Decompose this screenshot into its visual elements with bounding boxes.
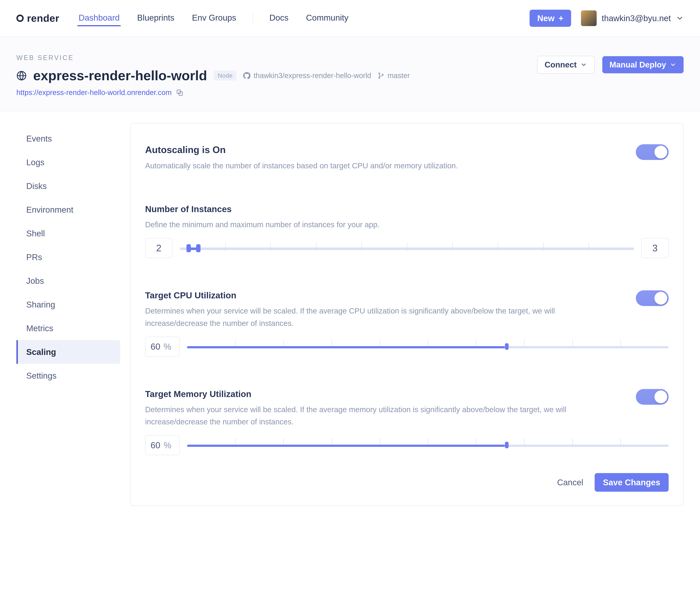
manual-deploy-label: Manual Deploy [609, 60, 666, 69]
chevron-down-icon [581, 62, 587, 68]
github-icon [243, 72, 250, 79]
nav-left: render Dashboard Blueprints Env Groups D… [16, 10, 349, 26]
branch-icon [378, 72, 384, 79]
service-header-left: WEB SERVICE express-render-hello-world N… [16, 54, 530, 97]
memory-slider-handle[interactable] [505, 442, 509, 448]
sidebar-item-sharing[interactable]: Sharing [16, 293, 120, 317]
service-type-label: WEB SERVICE [16, 54, 530, 62]
runtime-badge: Node [214, 71, 237, 80]
manual-deploy-button[interactable]: Manual Deploy [602, 56, 684, 73]
user-menu[interactable]: thawkin3@byu.net [581, 10, 684, 26]
memory-slider[interactable] [187, 443, 669, 448]
autoscaling-desc: Automatically scale the number of instan… [145, 160, 458, 172]
body: Events Logs Disks Environment Shell PRs … [0, 111, 700, 528]
cpu-title: Target CPU Utilization [145, 290, 583, 300]
avatar [581, 10, 597, 26]
service-url-row: https://express-render-hello-world.onren… [16, 89, 530, 97]
memory-controls: 60 % [145, 435, 669, 455]
divider [145, 373, 669, 373]
cpu-slider-handle[interactable] [505, 343, 509, 350]
autoscaling-section: Autoscaling is On Automatically scale th… [145, 137, 669, 179]
connect-label: Connect [545, 60, 577, 69]
service-name: express-render-hello-world [33, 68, 207, 84]
cpu-value: 60 [150, 341, 160, 352]
instances-desc: Define the minimum and maximum number of… [145, 219, 583, 231]
slider-ticks [180, 242, 634, 251]
toggle-knob [655, 391, 667, 403]
sidebar-item-jobs[interactable]: Jobs [16, 269, 120, 293]
cancel-button[interactable]: Cancel [556, 477, 584, 488]
sidebar-item-events[interactable]: Events [16, 127, 120, 151]
sidebar-item-settings[interactable]: Settings [16, 364, 120, 388]
sidebar-list: Events Logs Disks Environment Shell PRs … [16, 123, 120, 388]
memory-section: Target Memory Utilization Determines whe… [145, 382, 669, 462]
logo[interactable]: render [16, 12, 59, 24]
cpu-section: Target CPU Utilization Determines when y… [145, 284, 669, 363]
service-url[interactable]: https://express-render-hello-world.onren… [16, 89, 172, 97]
service-title-row: express-render-hello-world Node thawkin3… [16, 68, 530, 84]
sidebar-item-disks[interactable]: Disks [16, 174, 120, 198]
cpu-unit: % [164, 341, 171, 352]
cpu-toggle[interactable] [636, 290, 669, 306]
instances-title: Number of Instances [145, 204, 669, 214]
nav-docs[interactable]: Docs [268, 10, 290, 26]
memory-value-box[interactable]: 60 % [145, 435, 180, 455]
slider-fill [187, 444, 505, 447]
divider [145, 274, 669, 274]
instances-min-value[interactable]: 2 [145, 238, 172, 258]
user-email: thawkin3@byu.net [602, 13, 671, 23]
globe-icon [16, 71, 27, 81]
connect-button[interactable]: Connect [537, 56, 595, 74]
instances-slider[interactable] [180, 246, 634, 251]
logo-mark-icon [16, 14, 24, 22]
toggle-knob [655, 146, 667, 159]
chevron-down-icon [670, 62, 676, 68]
slider-fill [187, 346, 505, 348]
branch-link[interactable]: master [378, 71, 410, 80]
service-actions: Connect Manual Deploy [537, 56, 684, 74]
chevron-down-icon [676, 14, 684, 22]
nav-divider [253, 13, 253, 24]
sidebar: Events Logs Disks Environment Shell PRs … [16, 123, 120, 388]
service-header: WEB SERVICE express-render-hello-world N… [0, 36, 700, 111]
new-button[interactable]: New + [530, 10, 571, 27]
logo-text: render [27, 12, 59, 24]
memory-toggle[interactable] [636, 389, 669, 405]
new-button-label: New [537, 13, 555, 23]
sidebar-item-shell[interactable]: Shell [16, 222, 120, 245]
autoscaling-title: Autoscaling is On [145, 144, 458, 155]
instances-controls: 2 [145, 238, 669, 258]
sidebar-item-metrics[interactable]: Metrics [16, 317, 120, 340]
memory-value: 60 [150, 440, 160, 450]
save-changes-button[interactable]: Save Changes [595, 473, 669, 492]
copy-icon[interactable] [176, 89, 183, 96]
memory-desc: Determines when your service will be sca… [145, 403, 583, 428]
instances-min-handle[interactable] [186, 244, 191, 252]
cpu-desc: Determines when your service will be sca… [145, 305, 583, 329]
nav-community[interactable]: Community [305, 10, 350, 26]
nav-blueprints[interactable]: Blueprints [136, 10, 176, 26]
memory-title: Target Memory Utilization [145, 389, 583, 399]
repo-link[interactable]: thawkin3/express-render-hello-world [243, 71, 371, 80]
panel-actions: Cancel Save Changes [145, 473, 669, 492]
sidebar-item-prs[interactable]: PRs [16, 245, 120, 269]
nav-dashboard[interactable]: Dashboard [77, 10, 121, 26]
sidebar-item-scaling[interactable]: Scaling [16, 340, 120, 364]
branch-name: master [388, 71, 410, 80]
sidebar-item-environment[interactable]: Environment [16, 198, 120, 222]
cpu-value-box[interactable]: 60 % [145, 337, 180, 357]
topbar: render Dashboard Blueprints Env Groups D… [0, 0, 700, 36]
toggle-knob [655, 292, 667, 304]
plus-icon: + [559, 14, 563, 23]
cpu-slider[interactable] [187, 344, 669, 349]
nav-env-groups[interactable]: Env Groups [191, 10, 237, 26]
instances-max-value[interactable]: 3 [641, 238, 669, 258]
sidebar-item-logs[interactable]: Logs [16, 151, 120, 174]
autoscaling-toggle[interactable] [636, 144, 669, 160]
cpu-controls: 60 % [145, 337, 669, 357]
instances-max-handle[interactable] [196, 244, 201, 252]
nav-items: Dashboard Blueprints Env Groups Docs Com… [77, 10, 349, 26]
repo-name: thawkin3/express-render-hello-world [253, 71, 371, 80]
memory-unit: % [164, 440, 171, 450]
scaling-panel: Autoscaling is On Automatically scale th… [130, 123, 684, 506]
